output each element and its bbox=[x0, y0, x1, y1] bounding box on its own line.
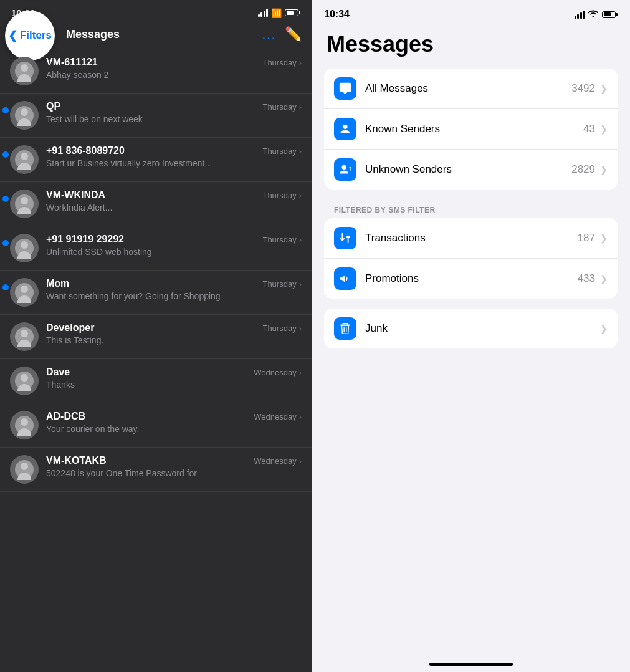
right-battery-icon bbox=[602, 11, 618, 18]
right-status-icons bbox=[575, 9, 618, 19]
junk-section: Junk ❯ bbox=[324, 309, 618, 348]
message-item[interactable]: DaveWednesday›Thanks bbox=[0, 359, 312, 403]
message-sender-name: Developer bbox=[46, 322, 94, 334]
transactions-label: Transactions bbox=[365, 232, 578, 244]
svg-text:?: ? bbox=[349, 166, 352, 172]
message-sender-name: AD-DCB bbox=[46, 411, 85, 422]
message-item[interactable]: AD-DCBWednesday›Your courier on the way. bbox=[0, 403, 312, 448]
unknown-senders-chevron: ❯ bbox=[600, 165, 608, 175]
right-panel: 10:34 Mes bbox=[312, 0, 630, 672]
message-preview: Start ur Busines virtually zero Investme… bbox=[46, 158, 302, 168]
junk-chevron: ❯ bbox=[600, 324, 608, 334]
filters-label: Filters bbox=[20, 29, 52, 42]
message-preview: Want something for you? Going for Shoppi… bbox=[46, 291, 302, 301]
trash-icon bbox=[334, 317, 356, 340]
sms-filter-label: FILTERED BY SMS FILTER bbox=[324, 199, 618, 218]
page-title: Messages bbox=[324, 31, 618, 57]
promotions-item[interactable]: Promotions 433 ❯ bbox=[324, 259, 618, 299]
unknown-senders-count: 2829 bbox=[571, 163, 595, 176]
arrows-icon bbox=[334, 227, 356, 249]
all-messages-count: 3492 bbox=[571, 82, 595, 95]
message-preview: Test will be on next week bbox=[46, 114, 302, 124]
message-date: Wednesday› bbox=[254, 368, 302, 377]
person-circle-icon bbox=[334, 118, 356, 140]
message-item[interactable]: VM-611121Thursday›Abhay season 2 bbox=[0, 49, 312, 94]
avatar bbox=[10, 234, 39, 262]
right-status-bar: 10:34 bbox=[312, 0, 630, 25]
unread-dot bbox=[2, 240, 9, 246]
message-preview: Thanks bbox=[46, 380, 302, 390]
home-indicator bbox=[429, 663, 513, 666]
wifi-icon: 📶 bbox=[271, 8, 282, 18]
filtered-section: Transactions 187 ❯ Promotions 433 ❯ bbox=[324, 218, 618, 299]
left-nav-title: Messages bbox=[66, 28, 120, 41]
filtered-by-text: FILTERED BY bbox=[334, 206, 386, 214]
chat-bubble-icon bbox=[334, 77, 356, 100]
avatar bbox=[10, 57, 39, 85]
message-preview: This is Testing. bbox=[46, 335, 302, 345]
more-icon[interactable]: … bbox=[261, 26, 276, 43]
message-sender-name: VM-KOTAKB bbox=[46, 455, 107, 466]
message-sender-name: VM-WKINDA bbox=[46, 190, 105, 201]
avatar bbox=[10, 411, 39, 439]
unknown-senders-item[interactable]: ? Unknown Senders 2829 ❯ bbox=[324, 150, 618, 190]
sms-filter-name: SMS FILTER bbox=[388, 206, 435, 214]
message-sender-name: +91 836-8089720 bbox=[46, 145, 125, 156]
transactions-chevron: ❯ bbox=[600, 233, 608, 243]
unread-dot bbox=[2, 151, 9, 158]
left-nav-bar: ❮ Filters Messages … ✏️ bbox=[0, 22, 312, 49]
svg-point-1 bbox=[342, 165, 346, 170]
avatar bbox=[10, 278, 39, 307]
message-date: Wednesday› bbox=[254, 456, 302, 466]
unread-dot bbox=[2, 284, 9, 290]
known-senders-chevron: ❯ bbox=[600, 124, 608, 134]
message-item[interactable]: QPThursday›Test will be on next week bbox=[0, 94, 312, 138]
right-wifi-icon bbox=[588, 9, 598, 19]
transactions-item[interactable]: Transactions 187 ❯ bbox=[324, 218, 618, 259]
message-preview: Unlimited SSD web hosting bbox=[46, 247, 302, 257]
right-time: 10:34 bbox=[324, 9, 350, 20]
unread-dot bbox=[2, 196, 9, 202]
all-messages-label: All Messages bbox=[365, 82, 571, 95]
all-messages-chevron: ❯ bbox=[600, 84, 608, 94]
message-sender-name: VM-611121 bbox=[46, 57, 98, 68]
message-item[interactable]: VM-WKINDAThursday›WorkIndia Alert... bbox=[0, 182, 312, 226]
avatar bbox=[10, 101, 39, 130]
promotions-label: Promotions bbox=[365, 272, 578, 285]
unread-dot bbox=[2, 107, 9, 113]
megaphone-icon bbox=[334, 267, 356, 290]
message-list: VM-611121Thursday›Abhay season 2QPThursd… bbox=[0, 49, 312, 492]
avatar bbox=[10, 322, 39, 351]
svg-point-0 bbox=[343, 125, 347, 129]
compose-icon[interactable]: ✏️ bbox=[285, 26, 302, 42]
message-sender-name: Mom bbox=[46, 278, 69, 289]
known-senders-item[interactable]: Known Senders 43 ❯ bbox=[324, 109, 618, 150]
message-item[interactable]: DeveloperThursday›This is Testing. bbox=[0, 315, 312, 359]
main-filter-section: All Messages 3492 ❯ Known Senders 43 ❯ bbox=[324, 69, 618, 190]
left-status-icons: 📶 bbox=[258, 8, 301, 18]
message-date: Thursday› bbox=[262, 146, 302, 156]
right-content: Messages All Messages 3492 ❯ bbox=[312, 25, 630, 663]
message-date: Thursday› bbox=[262, 279, 302, 289]
known-senders-count: 43 bbox=[583, 123, 595, 135]
promotions-count: 433 bbox=[578, 272, 595, 285]
junk-item[interactable]: Junk ❯ bbox=[324, 309, 618, 348]
all-messages-item[interactable]: All Messages 3492 ❯ bbox=[324, 69, 618, 109]
message-date: Thursday› bbox=[262, 191, 302, 200]
transactions-count: 187 bbox=[578, 232, 595, 244]
message-sender-name: Dave bbox=[46, 367, 70, 378]
junk-label: Junk bbox=[365, 322, 595, 335]
message-item[interactable]: MomThursday›Want something for you? Goin… bbox=[0, 271, 312, 315]
message-item[interactable]: VM-KOTAKBWednesday›502248 is your One Ti… bbox=[0, 448, 312, 492]
avatar bbox=[10, 367, 39, 395]
message-preview: WorkIndia Alert... bbox=[46, 203, 302, 213]
message-item[interactable]: +91 836-8089720Thursday›Start ur Busines… bbox=[0, 138, 312, 182]
message-item[interactable]: +91 91919 29292Thursday›Unlimited SSD we… bbox=[0, 226, 312, 271]
left-nav-icons: … ✏️ bbox=[261, 26, 302, 43]
right-signal-icon bbox=[575, 11, 585, 19]
message-sender-name: QP bbox=[46, 101, 60, 112]
unknown-senders-label: Unknown Senders bbox=[365, 163, 571, 176]
message-sender-name: +91 91919 29292 bbox=[46, 234, 124, 245]
left-panel: 10:09 📶 ❮ Filters Messag bbox=[0, 0, 312, 672]
message-date: Thursday› bbox=[262, 235, 302, 244]
